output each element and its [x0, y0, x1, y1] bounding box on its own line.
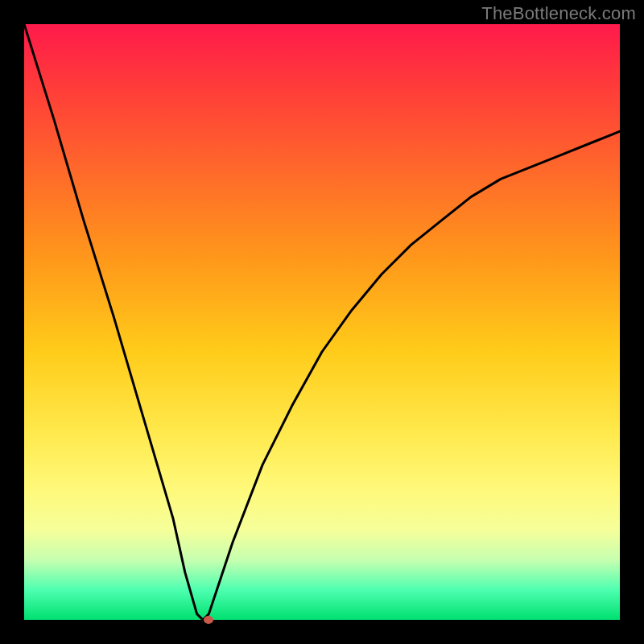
bottleneck-curve-line: [24, 24, 620, 620]
chart-frame: TheBottleneck.com: [0, 0, 644, 644]
plot-area: [24, 24, 620, 620]
watermark-text: TheBottleneck.com: [481, 3, 636, 24]
minimum-marker: [204, 616, 213, 624]
curve-svg: [24, 24, 620, 620]
